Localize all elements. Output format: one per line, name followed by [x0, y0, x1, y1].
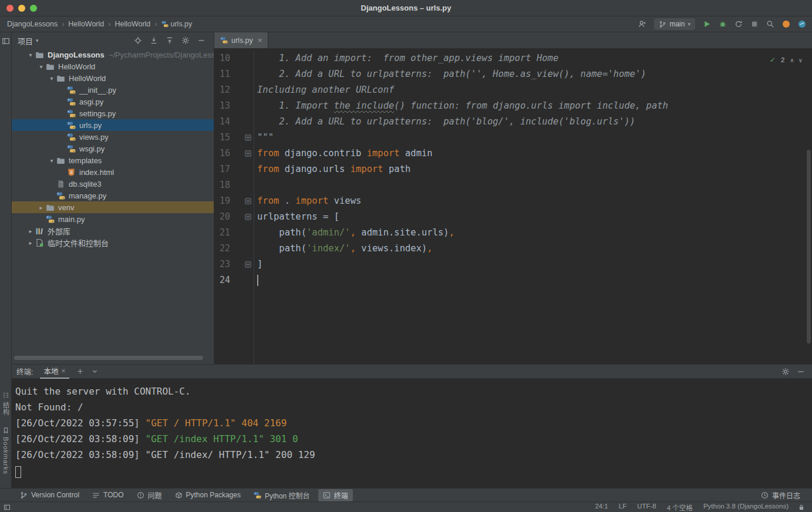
terminal-tab-local[interactable]: 本地 ×: [40, 365, 69, 379]
run-button[interactable]: [703, 20, 711, 28]
tool-button-problems[interactable]: 问题: [132, 489, 167, 501]
chevron-collapsed-icon[interactable]: ▸: [26, 240, 35, 246]
code-line: path('admin/', admin.site.urls),: [254, 225, 812, 241]
project-settings-icon[interactable]: [181, 36, 190, 45]
close-terminal-tab-icon[interactable]: ×: [62, 367, 66, 375]
tree-item-label: __init__.py: [79, 86, 116, 95]
tree-item-HelloWorld[interactable]: ▾HelloWorld: [12, 60, 214, 72]
project-panel-header: 项目 ▾: [12, 32, 214, 49]
breadcrumb-item[interactable]: urls.py: [161, 20, 193, 28]
fold-marker-icon[interactable]: −: [245, 198, 251, 204]
minimize-window-button[interactable]: [18, 5, 25, 12]
debug-button[interactable]: [719, 20, 727, 28]
terminal-settings-icon[interactable]: [781, 368, 790, 376]
tree-item-urls.py[interactable]: urls.py: [12, 119, 214, 131]
select-opened-file-button[interactable]: [134, 36, 142, 45]
code-with-me-icon[interactable]: [638, 20, 646, 28]
tree-item-外部库[interactable]: ▸外部库: [12, 225, 214, 237]
chevron-expanded-icon[interactable]: ▾: [26, 52, 35, 58]
vcs-icon: [20, 491, 28, 499]
chevron-down-icon[interactable]: ▾: [36, 38, 39, 43]
breadcrumb-item[interactable]: HelloWorld: [114, 20, 150, 28]
hide-panel-button[interactable]: [197, 36, 205, 45]
code-line: [254, 177, 812, 193]
toolbar-right: 事件日志: [756, 489, 805, 501]
python-interpreter[interactable]: Python 3.8 (DjangoLessons): [703, 503, 789, 512]
hide-terminal-button[interactable]: [797, 368, 805, 376]
tree-item-asgi.py[interactable]: asgi.py: [12, 96, 214, 107]
write-lock-icon[interactable]: [798, 504, 805, 511]
chevron-collapsed-icon[interactable]: ▸: [26, 228, 35, 234]
caret-position[interactable]: 24:1: [595, 503, 608, 512]
tool-button-python-console[interactable]: Python 控制台: [249, 489, 315, 501]
fold-marker-icon[interactable]: −: [245, 134, 251, 141]
tree-item-templates[interactable]: ▾templates: [12, 154, 214, 166]
tool-button-terminal[interactable]: 终端: [318, 489, 353, 501]
stop-button[interactable]: [750, 20, 759, 28]
new-terminal-button[interactable]: [76, 368, 84, 375]
tree-item-index.html[interactable]: index.html: [12, 166, 214, 178]
git-branch-widget[interactable]: main ▾: [654, 18, 695, 30]
breadcrumb-item[interactable]: HelloWorld: [68, 20, 104, 28]
project-panel-title[interactable]: 项目: [18, 35, 33, 46]
fold-marker-icon[interactable]: −: [245, 214, 251, 220]
chevron-expanded-icon[interactable]: ▾: [47, 157, 56, 164]
tree-item-settings.py[interactable]: settings.py: [12, 107, 214, 119]
fold-marker-icon[interactable]: −: [245, 150, 251, 157]
tree-item-views.py[interactable]: views.py: [12, 131, 214, 143]
terminal-output[interactable]: Quit the server with CONTROL-C.Not Found…: [12, 379, 812, 488]
breadcrumb-separator: ›: [108, 20, 110, 28]
structure-tool-button[interactable]: 结构: [0, 392, 11, 416]
search-everywhere-button[interactable]: [766, 20, 774, 28]
tree-item-HelloWorld[interactable]: ▾HelloWorld: [12, 72, 214, 84]
terminal-dropdown-icon[interactable]: [91, 368, 99, 375]
close-window-button[interactable]: [6, 5, 14, 12]
tree-item-wsgi.py[interactable]: wsgi.py: [12, 143, 214, 154]
tree-item-临时文件和控制台[interactable]: ▸临时文件和控制台: [12, 237, 214, 248]
chevron-collapsed-icon[interactable]: ▸: [36, 204, 46, 211]
zoom-window-button[interactable]: [30, 5, 37, 12]
collapse-all-button[interactable]: [166, 36, 174, 45]
line-ending[interactable]: LF: [619, 503, 626, 512]
chevron-expanded-icon[interactable]: ▾: [47, 75, 56, 82]
indent-style[interactable]: 4 个空格: [667, 503, 693, 512]
breadcrumb-label: HelloWorld: [114, 20, 150, 28]
breadcrumb-item[interactable]: DjangoLessons: [7, 20, 58, 28]
editor-scrollbar[interactable]: [807, 150, 811, 343]
inspections-widget[interactable]: ✓ 2 ∧ ∨: [770, 52, 803, 68]
tab-label: urls.py: [231, 36, 253, 45]
avatar-icon[interactable]: [798, 20, 806, 28]
rerun-button[interactable]: [734, 20, 743, 28]
upper-area: 项目 ▾ ▾DjangoLessons~/PycharmProjects/Dja…: [12, 32, 812, 365]
line-number: 18: [214, 177, 254, 193]
code-line: Including another URLconf: [254, 82, 812, 98]
fold-marker-icon[interactable]: −: [245, 261, 251, 268]
tree-item-main.py[interactable]: main.py: [12, 213, 214, 225]
tree-item-venv[interactable]: ▸venv: [12, 201, 214, 213]
close-tab-icon[interactable]: ×: [258, 36, 262, 45]
next-problem-icon[interactable]: ∨: [798, 52, 803, 68]
expand-all-button[interactable]: [150, 36, 158, 45]
tree-item-label: 临时文件和控制台: [48, 237, 109, 248]
notifications-icon[interactable]: [782, 20, 790, 28]
tree-item-DjangoLessons[interactable]: ▾DjangoLessons~/PycharmProjects/DjangoLe…: [12, 49, 214, 60]
tool-button-packages[interactable]: Python Packages: [170, 489, 245, 501]
file-encoding[interactable]: UTF-8: [637, 503, 656, 512]
tree-item-manage.py[interactable]: manage.py: [12, 190, 214, 201]
tool-window-layout-icon[interactable]: [2, 37, 10, 45]
tree-item-db.sqlite3[interactable]: db.sqlite3: [12, 178, 214, 190]
toolwindow-toggle-icon[interactable]: [4, 504, 11, 511]
bookmarks-tool-button[interactable]: Bookmarks: [0, 427, 11, 474]
prev-problem-icon[interactable]: ∧: [790, 52, 794, 68]
editor[interactable]: 101112131415−16−171819−20−212223−24 1. A…: [214, 49, 812, 364]
tool-button-vcs[interactable]: Version Control: [15, 489, 84, 501]
code-area[interactable]: 1. Add an import: from other_app.views i…: [254, 50, 812, 364]
code-line: 2. Add a URL to urlpatterns: path('', Ho…: [254, 66, 812, 82]
chevron-expanded-icon[interactable]: ▾: [36, 63, 46, 70]
window-controls: [6, 0, 37, 16]
tab-urls-py[interactable]: urls.py ×: [214, 32, 268, 48]
project-horizontal-scrollbar[interactable]: [14, 356, 203, 360]
tool-button-event-log[interactable]: 事件日志: [756, 489, 805, 501]
tool-button-todo[interactable]: TODO: [87, 489, 128, 501]
tree-item-__init__.py[interactable]: __init__.py: [12, 84, 214, 96]
